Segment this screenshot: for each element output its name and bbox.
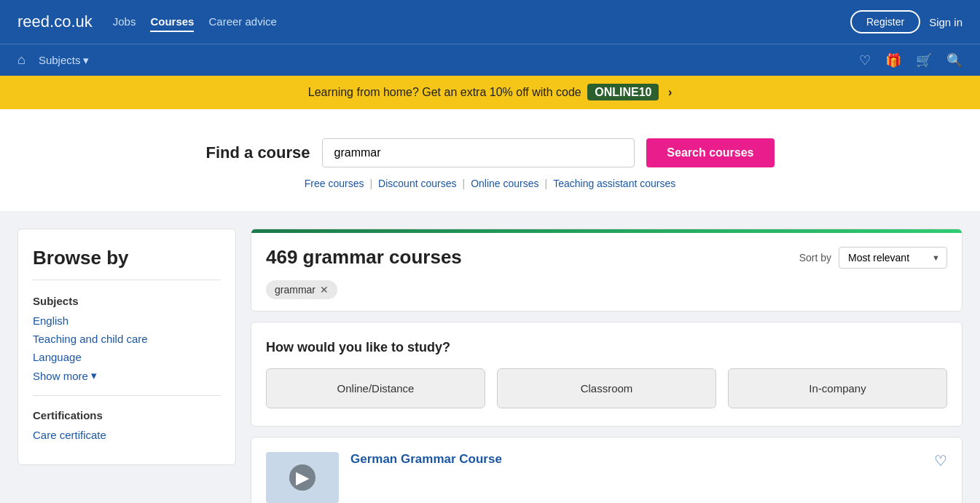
nav-courses[interactable]: Courses [150,12,194,32]
find-course-label: Find a course [206,143,310,162]
sidebar-divider [33,395,221,396]
filter-tags: grammar ✕ [251,280,962,311]
filter-tag-remove[interactable]: ✕ [320,284,329,296]
study-option-classroom[interactable]: Classroom [497,368,716,408]
browse-by-title: Browse by [33,247,221,280]
sub-nav: ⌂ Subjects ▾ ♡ 🎁 🛒 🔍 [0,44,980,76]
study-type-title: How would you like to study? [266,340,947,355]
results-col: 469 grammar courses Sort by Most relevan… [251,229,963,503]
quick-link-discount[interactable]: Discount courses [378,178,456,189]
banner-text: Learning from home? Get an extra 10% off… [308,86,581,98]
sidebar: Browse by Subjects English Teaching and … [17,229,236,465]
search-courses-button[interactable]: Search courses [646,138,774,167]
nav-jobs[interactable]: Jobs [113,12,136,32]
sub-nav-left: ⌂ Subjects ▾ [17,52,89,68]
course-card: ▶ German Grammar Course ♡ [251,437,963,503]
subjects-button[interactable]: Subjects ▾ [39,54,90,67]
quick-link-online[interactable]: Online courses [471,178,538,189]
chevron-down-icon: ▾ [91,369,97,382]
sort-label: Sort by [799,252,831,264]
chevron-down-icon: ▾ [83,54,89,67]
show-more-button[interactable]: Show more ▾ [33,369,97,382]
gift-icon[interactable]: 🎁 [885,52,901,68]
subjects-label: Subjects [39,54,81,66]
sub-nav-icons: ♡ 🎁 🛒 🔍 [859,52,963,68]
sidebar-item-care-cert[interactable]: Care certificate [33,429,221,441]
quick-links: Free courses | Discount courses | Online… [305,178,676,189]
promo-code: ONLINE10 [587,84,659,100]
quick-link-free[interactable]: Free courses [305,178,364,189]
search-row: Find a course Search courses [206,138,775,167]
top-nav: reed.co.uk Jobs Courses Career advice Re… [0,0,980,44]
wishlist-icon[interactable]: ♡ [859,52,871,68]
banner-arrow[interactable]: › [668,86,672,98]
search-section: Find a course Search courses Free course… [0,109,980,211]
search-input[interactable] [322,138,635,167]
results-header-card: 469 grammar courses Sort by Most relevan… [251,229,963,312]
search-icon[interactable]: 🔍 [946,52,963,68]
course-title[interactable]: German Grammar Course [350,452,502,466]
signin-button[interactable]: Sign in [929,16,963,28]
home-icon[interactable]: ⌂ [17,52,26,68]
sidebar-subjects-title: Subjects [33,295,221,307]
study-option-incompany[interactable]: In-company [728,368,947,408]
logo-suffix: .co.uk [50,12,93,31]
quick-link-teaching[interactable]: Teaching assistant courses [553,178,675,189]
study-option-online[interactable]: Online/Distance [266,368,485,408]
results-count-title: 469 grammar courses [266,246,462,269]
separator: | [545,178,548,189]
logo: reed.co.uk [17,12,93,31]
results-header-inner: 469 grammar courses Sort by Most relevan… [251,233,962,280]
play-icon: ▶ [289,464,315,491]
sidebar-item-english[interactable]: English [33,314,221,327]
study-options: Online/Distance Classroom In-company [266,368,947,408]
logo-text: reed [17,12,50,31]
separator: | [369,178,372,189]
promo-banner: Learning from home? Get an extra 10% off… [0,76,980,109]
sort-select-wrap: Most relevant Newest Price: low to high … [839,247,947,269]
separator: | [462,178,465,189]
filter-tag-grammar: grammar ✕ [266,280,337,299]
show-more-label: Show more [33,370,88,382]
nav-career-advice[interactable]: Career advice [208,12,276,32]
main-content: Browse by Subjects English Teaching and … [0,211,980,503]
nav-right: Register Sign in [850,10,963,33]
cart-icon[interactable]: 🛒 [916,52,932,68]
sort-select[interactable]: Most relevant Newest Price: low to high … [839,247,947,269]
wishlist-heart-icon[interactable]: ♡ [934,452,947,470]
register-button[interactable]: Register [850,10,920,33]
sidebar-certifications-title: Certifications [33,409,221,421]
sidebar-item-teaching[interactable]: Teaching and child care [33,333,221,345]
study-type-card: How would you like to study? Online/Dist… [251,322,963,427]
sidebar-item-language[interactable]: Language [33,351,221,363]
nav-links: Jobs Courses Career advice [113,12,850,32]
course-info: German Grammar Course [350,452,922,467]
course-thumbnail: ▶ [266,452,339,503]
filter-tag-label: grammar [275,284,315,296]
sort-row: Sort by Most relevant Newest Price: low … [799,247,947,269]
